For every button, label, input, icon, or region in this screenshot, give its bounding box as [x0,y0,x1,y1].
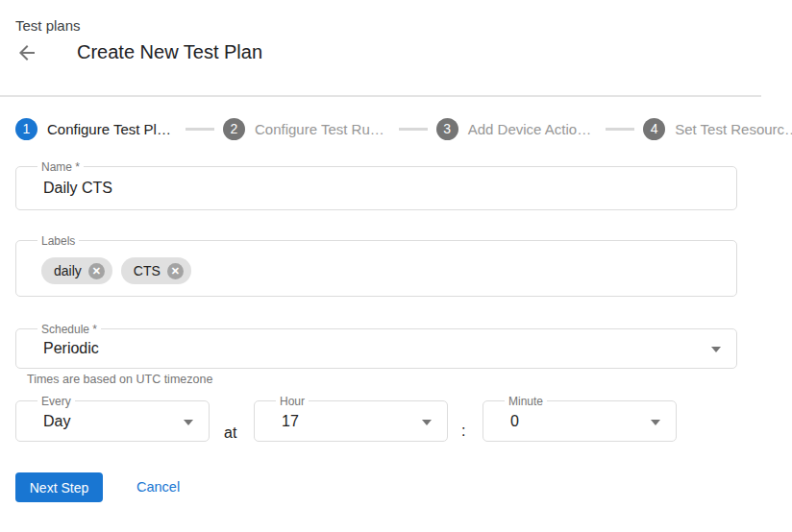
chip-label: daily [54,263,82,278]
minute-select-value: 0 [510,413,519,430]
cancel-button[interactable]: Cancel [136,479,180,495]
step-label: Configure Test Pl… [47,121,171,137]
step-configure-test-run[interactable]: 2 Configure Test Ru… [223,118,384,140]
chip-remove-icon[interactable]: ✕ [88,263,105,279]
step-number-badge: 4 [643,118,665,140]
step-number-badge: 1 [15,118,37,140]
hour-select-label: Hour [276,394,309,409]
chip-remove-icon[interactable]: ✕ [167,263,184,279]
hour-select-value: 17 [282,413,299,430]
schedule-select-label: Schedule * [37,322,101,337]
every-select-label: Every [37,394,75,409]
breadcrumb: Test plans [15,17,81,34]
step-set-test-resources[interactable]: 4 Set Test Resourc… [643,118,792,140]
colon-separator-text: : [461,423,465,440]
step-connector [186,128,214,131]
chip-cts[interactable]: CTS ✕ [121,257,191,284]
chip-daily[interactable]: daily ✕ [41,257,112,284]
dropdown-arrow-icon [184,420,193,425]
labels-field[interactable]: Labels daily ✕ CTS ✕ [15,240,737,297]
labels-field-label: Labels [37,233,79,249]
schedule-select-value: Periodic [43,340,99,357]
dropdown-arrow-icon [651,420,660,425]
dropdown-arrow-icon [711,347,721,352]
dropdown-arrow-icon [422,420,432,425]
page-title: Create New Test Plan [77,41,262,63]
create-test-plan-page: Test plans Create New Test Plan 1 Config… [0,0,792,532]
arrow-back-icon [15,41,38,64]
next-step-button[interactable]: Next Step [15,472,103,502]
name-field-value[interactable]: Daily CTS [43,180,112,197]
step-connector [606,128,634,131]
schedule-helper-text: Times are based on UTC timezone [27,373,212,386]
minute-select[interactable]: Minute 0 [483,400,677,442]
every-select-value: Day [43,413,70,430]
step-label: Set Test Resourc… [675,121,792,137]
step-number-badge: 2 [223,118,245,140]
step-number-badge: 3 [436,118,458,140]
step-configure-test-plan[interactable]: 1 Configure Test Pl… [15,118,171,140]
chip-label: CTS [134,263,161,278]
header-divider [0,95,761,97]
hour-select[interactable]: Hour 17 [254,400,448,442]
stepper: 1 Configure Test Pl… 2 Configure Test Ru… [15,108,792,150]
minute-select-label: Minute [505,394,547,409]
schedule-select[interactable]: Schedule * Periodic [15,328,737,369]
step-add-device-actions[interactable]: 3 Add Device Actio… [436,118,591,140]
name-field-label: Name * [37,159,84,175]
step-label: Add Device Actio… [468,121,591,137]
every-select[interactable]: Every Day [15,400,210,442]
back-button[interactable] [15,41,38,64]
step-connector [399,128,428,131]
step-label: Configure Test Ru… [255,121,384,137]
at-separator-text: at [224,424,236,442]
name-field[interactable]: Name * Daily CTS [15,166,737,210]
label-chips: daily ✕ CTS ✕ [41,257,191,284]
